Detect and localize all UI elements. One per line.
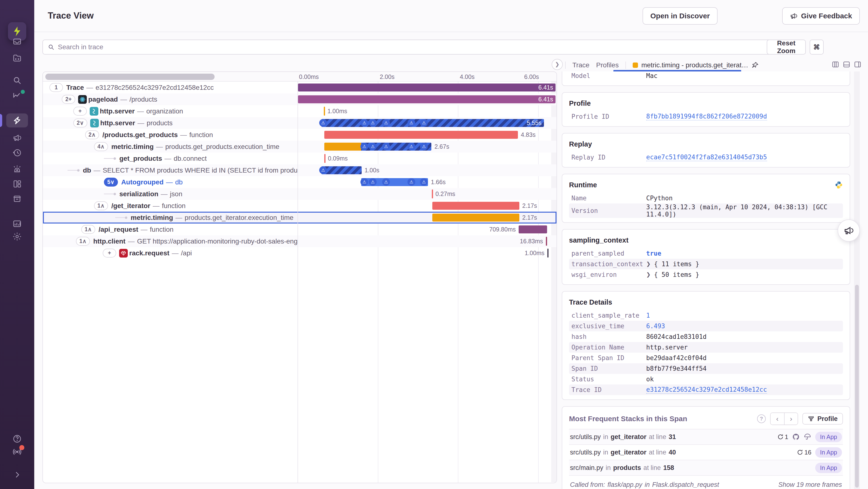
- detail-row: Model Mac: [569, 71, 843, 81]
- trace-row-pageload[interactable]: 2+ pageload—/products 6.41s: [43, 93, 557, 105]
- row-collapse-pill[interactable]: 1∧: [94, 201, 108, 210]
- megaphone-icon: [790, 12, 798, 20]
- trace-row-metric-timing-products[interactable]: 4∧ metric.timing—products.get_products.e…: [43, 141, 557, 152]
- trace-row-autogrouped[interactable]: 5∨ Autogrouped—db 1.66s: [43, 176, 557, 188]
- reset-zoom-button[interactable]: Reset Zoom: [767, 39, 806, 55]
- row-expand-pill[interactable]: +: [73, 107, 87, 116]
- sidebar-item-stats[interactable]: [12, 219, 23, 229]
- sidebar-item-settings[interactable]: [12, 231, 23, 242]
- prev-page-button[interactable]: ‹: [771, 413, 784, 425]
- row-collapse-pill[interactable]: 1∧: [76, 237, 90, 246]
- span-tick[interactable]: [547, 249, 549, 258]
- sidebar-expand-button[interactable]: [12, 469, 23, 480]
- tab-metric-timing-active[interactable]: metric.timing - products.get_iterat…: [633, 61, 759, 69]
- next-page-button[interactable]: ›: [784, 413, 798, 425]
- trace-row-metric-timing-iterator-selected[interactable]: metric.timing—products.get_iterator.exec…: [43, 212, 557, 224]
- collapse-panel-button[interactable]: [552, 59, 563, 70]
- row-collapse-pill[interactable]: 4∧: [94, 142, 108, 151]
- expand-chevron-icon[interactable]: [646, 271, 654, 278]
- called-from-row[interactable]: Called from: flask/app.py in Flask.dispa…: [569, 475, 843, 489]
- tab-trace[interactable]: Trace: [572, 61, 590, 69]
- trace-row-db-select[interactable]: db—SELECT * FROM products WHERE id IN (S…: [43, 164, 557, 176]
- trace-row-trace[interactable]: 1 Trace—e31278c256524c3297e2cd12458e12cc…: [43, 82, 557, 93]
- sidebar-item-issues[interactable]: [12, 36, 23, 47]
- span-bar[interactable]: [324, 131, 518, 139]
- trace-row-get-iterator[interactable]: 1∧ /get_iterator—function 2.17s: [43, 200, 557, 212]
- span-tick[interactable]: [546, 237, 547, 246]
- trace-row-http-server-products[interactable]: 2∨ http.server—products 5.55s: [43, 117, 557, 129]
- span-tick[interactable]: [324, 154, 326, 163]
- layout-sidebar-right-icon[interactable]: [854, 60, 862, 69]
- pin-icon[interactable]: [751, 62, 759, 69]
- sidebar-item-alerts[interactable]: [12, 164, 23, 174]
- stack-frame-row[interactable]: src/utils.py in get_iterator at line 40 …: [569, 444, 843, 460]
- sidebar-item-dashboards[interactable]: [12, 179, 23, 189]
- leaf-connector-dot: [77, 169, 80, 172]
- sidebar-item-traces[interactable]: [12, 115, 23, 126]
- trace-row-rack-request[interactable]: + rack.request—/api 1.00ms: [43, 247, 557, 259]
- trace-search[interactable]: [42, 39, 802, 55]
- sidebar-item-search[interactable]: [12, 75, 23, 86]
- search-input[interactable]: [58, 43, 797, 51]
- show-more-frames-link[interactable]: Show 19 more frames: [778, 481, 842, 489]
- sidebar-item-help[interactable]: [12, 433, 23, 444]
- row-expand-pill[interactable]: +: [103, 249, 116, 258]
- span-bar[interactable]: 6.41s: [298, 84, 556, 91]
- row-count-pill[interactable]: 1: [50, 83, 63, 92]
- detail-row-expandable[interactable]: transaction_context { 11 items }: [569, 259, 843, 269]
- tab-profiles[interactable]: Profiles: [596, 61, 619, 69]
- sampling-context-title: sampling_context: [569, 236, 843, 244]
- flask-icon: [90, 119, 99, 127]
- stack-frame-row[interactable]: src/utils.py in get_iterator at line 31 …: [569, 429, 843, 444]
- replay-id-link[interactable]: ecae7c51f0024f2fa82e6314045d73b5: [646, 153, 767, 161]
- profile-id-link[interactable]: 8fb7bb1891994f8c862f206e8722009d: [646, 113, 767, 120]
- span-bar[interactable]: 6.41s: [298, 95, 556, 103]
- span-bar[interactable]: [324, 143, 361, 151]
- give-feedback-button[interactable]: Give Feedback: [782, 7, 860, 25]
- umbrella-icon[interactable]: [804, 433, 811, 441]
- trace-details-title: Trace Details: [569, 298, 843, 306]
- trace-row-serialization[interactable]: serialization—json 0.27ms: [43, 188, 557, 200]
- trace-row-products-get-products[interactable]: 2∧ /products.get_products—function 4.83s: [43, 129, 557, 141]
- tree-timeline-divider[interactable]: [298, 72, 298, 483]
- profile-button[interactable]: Profile: [802, 413, 843, 425]
- row-count-pill[interactable]: 2+: [62, 95, 75, 104]
- floating-feedback-button[interactable]: [838, 220, 860, 241]
- panel-scrollbar-thumb[interactable]: [855, 285, 859, 488]
- trace-row-get-products[interactable]: get_products—db.connect 0.09ms: [43, 152, 557, 164]
- detail-row: exclusive_time 6.493: [569, 321, 843, 332]
- tree-horizontal-scrollbar[interactable]: [45, 74, 215, 80]
- span-bar[interactable]: [432, 213, 519, 222]
- span-tick[interactable]: [324, 107, 325, 116]
- row-collapse-pill[interactable]: 1∧: [81, 225, 95, 234]
- replay-card: Replay Replay ID ecae7c51f0024f2fa82e631…: [562, 133, 850, 168]
- trace-id-link[interactable]: e31278c256524c3297e2cd12458e12cc: [646, 386, 767, 394]
- span-bar[interactable]: [519, 225, 547, 233]
- detail-row: Replay ID ecae7c51f0024f2fa82e6314045d73…: [569, 152, 843, 163]
- profiling-icon: [808, 415, 814, 422]
- trace-row-http-client[interactable]: 1∧ http.client—GET https://application-m…: [43, 235, 557, 247]
- sidebar-item-projects[interactable]: [12, 53, 23, 63]
- trace-row-api-request[interactable]: 1∧ /api_request—function 709.80ms: [43, 224, 557, 235]
- autogroup-count-pill[interactable]: 5∨: [104, 178, 118, 186]
- span-bar[interactable]: [432, 202, 519, 210]
- detail-row-expandable[interactable]: wsgi_environ { 50 items }: [569, 269, 843, 280]
- detail-row: Parent Span ID be29daaf42c0f04d: [569, 353, 843, 363]
- span-bar[interactable]: 5.55s: [321, 119, 544, 127]
- sidebar-item-releases[interactable]: [12, 147, 23, 158]
- github-icon[interactable]: [792, 433, 800, 441]
- row-collapse-pill[interactable]: 2∧: [85, 130, 99, 139]
- help-icon[interactable]: ?: [757, 414, 766, 423]
- trace-row-http-server-organization[interactable]: + http.server—organization 1.00ms: [43, 105, 557, 117]
- open-in-discover-button[interactable]: Open in Discover: [643, 7, 717, 25]
- row-collapse-pill[interactable]: 2∨: [73, 118, 87, 127]
- expand-chevron-icon[interactable]: [646, 261, 654, 267]
- sidebar-item-feedback[interactable]: [12, 133, 23, 143]
- shortcut-button[interactable]: ⌘: [810, 39, 824, 55]
- span-bar-errored[interactable]: [321, 166, 362, 174]
- stack-frame-row[interactable]: src/main.py in products at line 158 In A…: [569, 460, 843, 475]
- span-tick[interactable]: [432, 190, 433, 198]
- sidebar-item-archive[interactable]: [12, 193, 23, 204]
- layout-split-vertical-icon[interactable]: [831, 60, 840, 69]
- layout-split-horizontal-icon[interactable]: [842, 60, 850, 69]
